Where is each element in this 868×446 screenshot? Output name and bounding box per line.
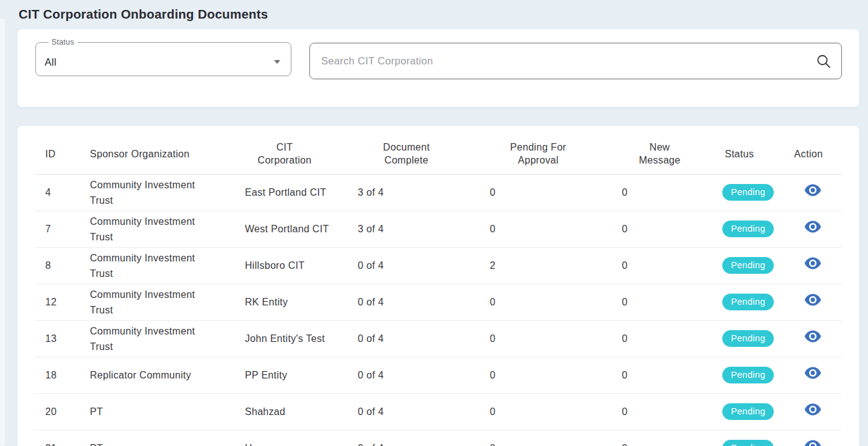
cell-new-message: 0 [616,393,704,430]
view-button[interactable] [804,220,822,234]
status-badge: Pending [722,257,774,274]
cell-new-message: 0 [616,247,704,284]
cell-sponsor-organization: Community Investment Trust [79,284,217,320]
table-body: 4 Community Investment Trust East Portla… [35,174,842,446]
status-badge: Pending [722,403,774,420]
cell-pending-for-approval: 2 [461,247,616,284]
cell-new-message: 0 [616,430,704,446]
cell-document-complete: 0 of 4 [352,393,461,430]
cell-id: 8 [35,247,79,284]
eye-icon [804,293,822,307]
documents-table-card: ID Sponsor Organization CIT Corporation … [17,126,859,446]
cell-action [775,284,842,320]
cell-cit-corporation: John Entity's Test [217,320,352,357]
cell-status: Pending [704,393,775,430]
cell-pending-for-approval: 0 [461,211,616,247]
column-header: Document Complete [352,126,461,174]
eye-icon [804,330,822,343]
cell-action [775,430,842,446]
status-select-value: All [45,56,56,68]
cell-sponsor-organization: Community Investment Trust [79,174,217,211]
cell-action [775,393,842,430]
cell-sponsor-organization: Community Investment Trust [79,247,217,284]
view-button[interactable] [804,439,822,446]
cell-status: Pending [704,320,775,357]
cell-cit-corporation: RK Entity [217,284,352,320]
cell-id: 4 [35,174,79,211]
cell-cit-corporation: Hillsboro CIT [217,247,352,284]
column-header: CIT Corporation [217,126,352,174]
cell-document-complete: 0 of 4 [352,284,461,320]
column-header: New Message [616,126,704,174]
eye-icon [804,183,822,197]
view-button[interactable] [804,183,822,197]
left-edge-strip [0,19,5,446]
cell-status: Pending [704,284,775,320]
view-button[interactable] [804,403,822,416]
status-badge: Pending [722,440,774,446]
column-header: Sponsor Organization [79,126,217,174]
cell-status: Pending [704,357,775,393]
cell-document-complete: 0 of 4 [352,247,461,284]
cell-status: Pending [704,247,775,284]
view-button[interactable] [804,330,822,343]
cell-action [775,357,842,393]
column-header: Pending For Approval [461,126,616,174]
status-select-label: Status [48,38,78,46]
cell-pending-for-approval: 0 [461,284,616,320]
status-select[interactable]: Status All [35,38,291,76]
view-button[interactable] [804,366,822,380]
cell-id: 12 [35,284,79,320]
eye-icon [804,403,822,416]
cell-id: 7 [35,211,79,247]
column-header: ID [35,126,79,174]
cell-new-message: 0 [616,211,704,247]
status-badge: Pending [722,367,774,383]
search-input[interactable] [309,43,842,79]
cell-new-message: 0 [616,357,704,393]
cell-pending-for-approval: 0 [461,430,616,446]
status-badge: Pending [722,221,774,237]
table-row: 7 Community Investment Trust West Portla… [35,211,842,247]
cell-sponsor-organization: Community Investment Trust [79,320,217,357]
cell-id: 21 [35,430,79,446]
search-icon[interactable] [815,53,832,69]
documents-table: ID Sponsor Organization CIT Corporation … [35,126,842,446]
cell-document-complete: 3 of 4 [352,174,461,211]
cell-id: 13 [35,320,79,357]
table-header-row: ID Sponsor Organization CIT Corporation … [35,126,842,174]
view-button[interactable] [804,256,822,270]
cell-action [775,320,842,357]
caret-down-icon [274,60,280,64]
cell-new-message: 0 [616,284,704,320]
cell-cit-corporation: West Portland CIT [217,211,352,247]
status-badge: Pending [722,294,774,310]
search-field [309,43,842,79]
table-row: 12 Community Investment Trust RK Entity … [35,284,842,320]
cell-id: 20 [35,393,79,430]
table-row: 18 Replicator Community PP Entity 0 of 4… [35,357,842,393]
cell-status: Pending [704,211,775,247]
eye-icon [804,256,822,270]
cell-sponsor-organization: Replicator Community [79,357,217,393]
eye-icon [804,439,822,446]
cell-new-message: 0 [616,320,704,357]
cell-pending-for-approval: 0 [461,174,616,211]
table-row: 8 Community Investment Trust Hillsboro C… [35,247,842,284]
table-row: 21 PT Hamza 0 of 4 0 0 Pending [35,430,842,446]
cell-document-complete: 0 of 4 [352,320,461,357]
cell-sponsor-organization: PT [79,430,217,446]
column-header: Status [704,126,775,174]
cell-cit-corporation: Hamza [217,430,352,446]
status-badge: Pending [722,184,774,201]
cell-cit-corporation: PP Entity [217,357,352,393]
view-button[interactable] [804,293,822,307]
cell-sponsor-organization: PT [79,393,217,430]
table-row: 4 Community Investment Trust East Portla… [35,174,842,211]
cell-document-complete: 0 of 4 [352,357,461,393]
page-title: CIT Corporation Onboarding Documents [0,0,868,22]
table-row: 20 PT Shahzad 0 of 4 0 0 Pending [35,393,842,430]
cell-pending-for-approval: 0 [461,393,616,430]
status-badge: Pending [722,330,774,347]
cell-document-complete: 0 of 4 [352,430,461,446]
